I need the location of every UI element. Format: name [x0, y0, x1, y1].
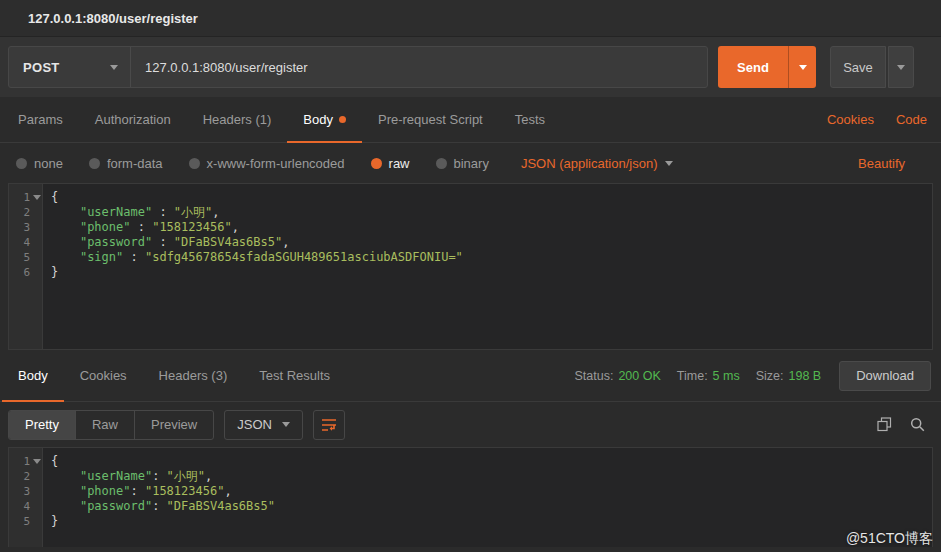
tab-body[interactable]: Body — [287, 97, 362, 142]
tab-label: Authorization — [95, 112, 171, 127]
response-tab-test-results[interactable]: Test Results — [243, 350, 346, 401]
chevron-down-icon — [665, 161, 673, 166]
url-input[interactable] — [131, 47, 707, 87]
tab-label: Headers (1) — [203, 112, 272, 127]
tab-label: Params — [18, 112, 63, 127]
response-meta: Status: 200 OK Time: 5 ms Size: 198 B — [575, 350, 822, 401]
method-select[interactable]: POST — [9, 47, 131, 87]
line-number: 3 — [9, 484, 42, 499]
save-split-button: Save — [830, 46, 914, 88]
view-pretty-button[interactable]: Pretty — [9, 411, 76, 439]
line-number: 2 — [9, 205, 42, 220]
request-bar: POST Send Save — [0, 37, 941, 97]
code-line: "phone" : "158123456", — [51, 220, 932, 235]
tab-pre-request-script[interactable]: Pre-request Script — [362, 97, 499, 142]
response-tab-cookies[interactable]: Cookies — [64, 350, 143, 401]
content-type-select[interactable]: JSON (application/json) — [521, 156, 674, 171]
wrap-lines-button[interactable] — [313, 410, 345, 440]
radio-label: raw — [389, 156, 410, 171]
radio-label: x-www-form-urlencoded — [207, 156, 345, 171]
response-tab-headers[interactable]: Headers (3) — [143, 350, 244, 401]
line-number: 5 — [9, 514, 42, 529]
radio-icon — [16, 158, 27, 169]
tab-authorization[interactable]: Authorization — [79, 97, 187, 142]
radio-label: none — [34, 156, 63, 171]
line-number: 2 — [9, 469, 42, 484]
bodytype-urlencoded-radio[interactable]: x-www-form-urlencoded — [189, 156, 345, 171]
bodytype-raw-radio[interactable]: raw — [371, 156, 410, 171]
response-format-select[interactable]: JSON — [224, 410, 303, 440]
time-value: 5 ms — [713, 369, 740, 383]
chevron-down-icon — [282, 422, 290, 427]
response-tab-body[interactable]: Body — [2, 350, 64, 401]
radio-icon — [89, 158, 100, 169]
size-badge: Size: 198 B — [756, 369, 821, 383]
line-number-gutter: 12345 — [9, 448, 43, 547]
radio-selected-icon — [371, 158, 382, 169]
send-split-button: Send — [718, 46, 816, 88]
code-line: } — [51, 514, 932, 529]
watermark: @51CTO博客 — [846, 530, 933, 548]
code-line: { — [51, 190, 932, 205]
bodytype-form-data-radio[interactable]: form-data — [89, 156, 163, 171]
bodytype-none-radio[interactable]: none — [16, 156, 63, 171]
tab-label: Tests — [515, 112, 545, 127]
beautify-link[interactable]: Beautify — [858, 156, 905, 171]
save-options-button[interactable] — [888, 46, 914, 88]
size-label: Size: — [756, 369, 784, 383]
response-body-editor[interactable]: 12345{ "userName": "小明", "phone": "15812… — [8, 447, 933, 547]
code-line: "phone": "158123456", — [51, 484, 932, 499]
format-label: JSON — [237, 417, 272, 432]
line-number: 1 — [9, 454, 42, 469]
search-button[interactable] — [910, 417, 925, 432]
content-type-label: JSON (application/json) — [521, 156, 658, 171]
request-body-editor[interactable]: 123456{ "userName" : "小明", "phone" : "15… — [8, 183, 933, 350]
chevron-down-icon — [897, 65, 905, 70]
tab-label: Body — [18, 368, 48, 383]
fold-caret-icon[interactable] — [33, 459, 41, 464]
radio-icon — [189, 158, 200, 169]
time-label: Time: — [677, 369, 708, 383]
cookies-link[interactable]: Cookies — [827, 112, 874, 127]
tab-params[interactable]: Params — [2, 97, 79, 142]
postman-app: 127.0.0.1:8080/user/register POST Send S… — [0, 0, 941, 552]
radio-label: binary — [454, 156, 489, 171]
line-number: 1 — [9, 190, 42, 205]
send-button[interactable]: Send — [718, 46, 788, 88]
status-badge: Status: 200 OK — [575, 369, 661, 383]
code-line: "password": "DFaBSV4as6Bs5" — [51, 499, 932, 514]
code-line: } — [51, 265, 932, 280]
download-button[interactable]: Download — [839, 361, 931, 391]
bodytype-binary-radio[interactable]: binary — [436, 156, 489, 171]
view-raw-button[interactable]: Raw — [76, 411, 135, 439]
save-button[interactable]: Save — [830, 46, 886, 88]
view-preview-button[interactable]: Preview — [135, 411, 213, 439]
status-value: 200 OK — [618, 369, 660, 383]
request-title: 127.0.0.1:8080/user/register — [28, 11, 198, 26]
copy-icon — [877, 417, 892, 432]
send-options-button[interactable] — [788, 46, 816, 88]
tab-label: Body — [303, 112, 333, 127]
fold-caret-icon[interactable] — [33, 195, 41, 200]
time-badge: Time: 5 ms — [677, 369, 740, 383]
titlebar: 127.0.0.1:8080/user/register — [0, 0, 941, 37]
size-value: 198 B — [789, 369, 822, 383]
code-link[interactable]: Code — [896, 112, 927, 127]
code-line: "userName" : "小明", — [51, 205, 932, 220]
chevron-down-icon — [110, 65, 118, 70]
copy-button[interactable] — [877, 417, 892, 432]
status-label: Status: — [575, 369, 614, 383]
response-header: Body Cookies Headers (3) Test Results St… — [0, 350, 941, 402]
line-number: 5 — [9, 250, 42, 265]
line-number: 4 — [9, 499, 42, 514]
code-line: "password" : "DFaBSV4as6Bs5", — [51, 235, 932, 250]
line-number: 3 — [9, 220, 42, 235]
code-line: "sign" : "sdfg45678654sfadaSGUH489651asc… — [51, 250, 932, 265]
tab-tests[interactable]: Tests — [499, 97, 561, 142]
response-toolbar-right — [877, 417, 941, 432]
code-lines: { "userName" : "小明", "phone" : "15812345… — [43, 184, 932, 349]
method-label: POST — [23, 60, 60, 75]
request-tabs: Params Authorization Headers (1) Body Pr… — [0, 97, 941, 143]
chevron-down-icon — [799, 65, 807, 70]
tab-headers[interactable]: Headers (1) — [187, 97, 288, 142]
